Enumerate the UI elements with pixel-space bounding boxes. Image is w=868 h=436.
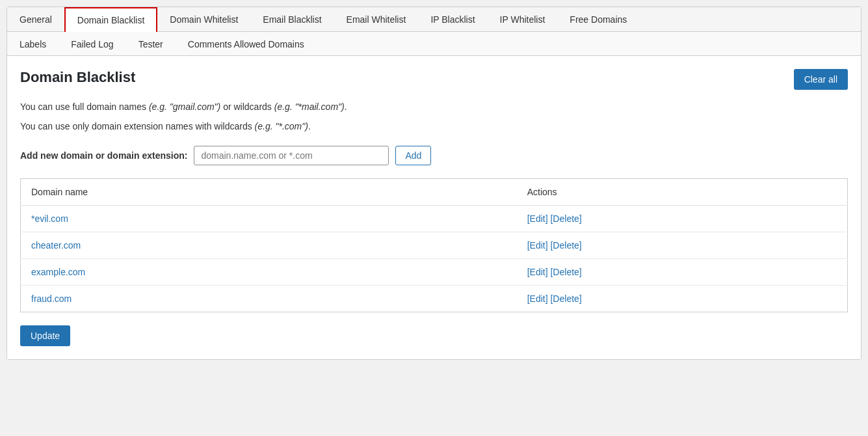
tab-domain-blacklist[interactable]: Domain Blacklist	[64, 7, 157, 32]
domain-cell: *evil.com	[21, 205, 517, 232]
delete-link[interactable]: [Delete]	[550, 267, 581, 277]
update-button[interactable]: Update	[20, 325, 70, 346]
clear-all-button[interactable]: Clear all	[794, 69, 848, 90]
domain-cell: cheater.com	[21, 232, 517, 258]
add-domain-input[interactable]	[194, 146, 389, 165]
table-row: fraud.com[Edit] [Delete]	[21, 285, 848, 312]
description-2: You can use only domain extension names …	[20, 119, 848, 133]
add-domain-label: Add new domain or domain extension:	[20, 150, 187, 161]
desc1-plain: You can use full domain names	[20, 102, 149, 112]
tab-free-domains[interactable]: Free Domains	[557, 7, 639, 32]
domain-link[interactable]: *evil.com	[31, 213, 68, 224]
actions-cell: [Edit] [Delete]	[517, 285, 848, 312]
edit-link[interactable]: [Edit]	[527, 267, 548, 277]
tab-labels[interactable]: Labels	[7, 32, 59, 56]
tab-domain-whitelist[interactable]: Domain Whitelist	[157, 7, 250, 32]
col-actions-header: Actions	[517, 178, 848, 205]
actions-cell: [Edit] [Delete]	[517, 232, 848, 258]
description-1: You can use full domain names (e.g. "gma…	[20, 100, 848, 114]
tab-email-whitelist[interactable]: Email Whitelist	[334, 7, 419, 32]
table-header-row: Domain name Actions	[21, 178, 848, 205]
domain-cell: fraud.com	[21, 285, 517, 312]
tab-ip-whitelist[interactable]: IP Whitelist	[488, 7, 558, 32]
tab-failed-log[interactable]: Failed Log	[59, 32, 125, 56]
domain-cell: example.com	[21, 258, 517, 285]
tabs-row-1: GeneralDomain BlacklistDomain WhitelistE…	[7, 7, 861, 32]
page-title: Domain Blacklist	[20, 69, 135, 86]
main-content: Domain Blacklist Clear all You can use f…	[7, 56, 861, 359]
desc2-end: .	[308, 121, 311, 131]
edit-link[interactable]: [Edit]	[527, 293, 548, 304]
domain-table-body: *evil.com[Edit] [Delete]cheater.com[Edit…	[21, 205, 848, 312]
domain-link[interactable]: example.com	[31, 267, 85, 277]
domain-link[interactable]: cheater.com	[31, 240, 81, 251]
tab-tester[interactable]: Tester	[126, 32, 176, 56]
desc2-italic: (e.g. "*.com")	[255, 121, 308, 131]
table-row: *evil.com[Edit] [Delete]	[21, 205, 848, 232]
col-domain-header: Domain name	[21, 178, 517, 205]
delete-link[interactable]: [Delete]	[550, 240, 581, 251]
table-row: cheater.com[Edit] [Delete]	[21, 232, 848, 258]
add-button[interactable]: Add	[395, 146, 431, 165]
table-row: example.com[Edit] [Delete]	[21, 258, 848, 285]
tab-ip-blacklist[interactable]: IP Blacklist	[418, 7, 487, 32]
desc2-plain: You can use only domain extension names …	[20, 121, 255, 131]
edit-link[interactable]: [Edit]	[527, 213, 548, 224]
desc1-italic2: (e.g. "*mail.com")	[274, 102, 345, 112]
domain-link[interactable]: fraud.com	[31, 293, 72, 304]
desc1-end: .	[345, 102, 347, 112]
tab-general[interactable]: General	[7, 7, 64, 32]
tabs-row-2: LabelsFailed LogTesterComments Allowed D…	[7, 32, 861, 56]
domain-table: Domain name Actions *evil.com[Edit] [Del…	[20, 178, 848, 312]
add-domain-row: Add new domain or domain extension: Add	[20, 146, 848, 165]
actions-cell: [Edit] [Delete]	[517, 258, 848, 285]
tab-comments-allowed-domains[interactable]: Comments Allowed Domains	[176, 32, 317, 56]
content-header: Domain Blacklist Clear all	[20, 69, 848, 90]
edit-link[interactable]: [Edit]	[527, 240, 548, 251]
delete-link[interactable]: [Delete]	[550, 293, 581, 304]
desc1-italic1: (e.g. "gmail.com")	[149, 102, 220, 112]
tab-email-blacklist[interactable]: Email Blacklist	[250, 7, 334, 32]
desc1-mid: or wildcards	[220, 102, 274, 112]
actions-cell: [Edit] [Delete]	[517, 205, 848, 232]
delete-link[interactable]: [Delete]	[550, 213, 581, 224]
